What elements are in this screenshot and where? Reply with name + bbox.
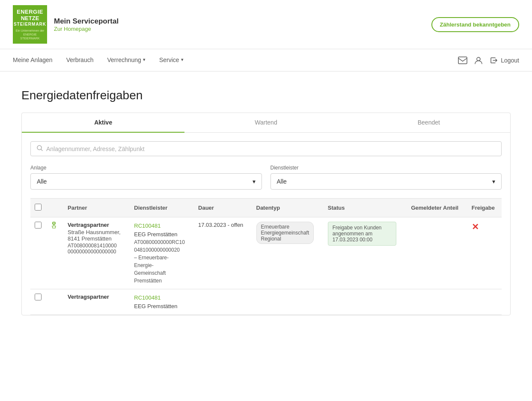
delete-icon[interactable]: ✕ — [472, 222, 479, 232]
header-brand: Mein Serviceportal Zur Homepage — [54, 17, 119, 32]
header: ENERGIE NETZE STEIERMARK Ein Unternehmen… — [0, 0, 532, 49]
dienstleister-id-link[interactable]: RC100481 — [134, 222, 190, 230]
data-table: Partner Dienstleister Dauer Datentyp Sta… — [30, 198, 502, 315]
logout-button[interactable]: Logout — [490, 56, 519, 65]
tabs-header: Aktive Wartend Beendet — [22, 113, 510, 133]
nav-verrechnung[interactable]: Verrechnung ▾ — [107, 49, 145, 71]
chevron-down-icon: ▾ — [181, 57, 184, 62]
dienstleister-filter: Dienstleister Alle ▾ — [270, 165, 502, 190]
select-all-checkbox[interactable] — [35, 204, 42, 211]
dienstleister-select[interactable]: Alle ▾ — [270, 173, 502, 190]
row-datentyp-cell: ErneuerbareEnergiegemeinschaftRegional — [252, 217, 324, 289]
mail-icon[interactable] — [458, 56, 467, 64]
row-dienstleister-cell: RC100481 EEG Premstätten — [130, 289, 194, 315]
chevron-down-icon: ▾ — [253, 178, 256, 185]
svg-rect-0 — [458, 57, 467, 64]
row-icon-cell — [46, 217, 63, 289]
table-row: Vertragspartner Straße Hausnummer,8141 P… — [30, 217, 502, 289]
logo-sub: Ein Unternehmen derENERGIE STEIERMARK — [15, 29, 45, 40]
th-gemeldeter-anteil: Gemeldeter Anteil — [407, 199, 467, 217]
row-partner-cell: Vertragspartner — [63, 289, 130, 315]
logo-line2: NETZE — [21, 15, 39, 22]
th-freigabe: Freigabe — [467, 199, 502, 217]
dauer-value: 17.03.2023 - offen — [198, 222, 243, 228]
header-left: ENERGIE NETZE STEIERMARK Ein Unternehmen… — [13, 5, 119, 44]
chevron-down-icon: ▾ — [492, 178, 495, 185]
table-row: Vertragspartner RC100481 EEG Premstätten — [30, 289, 502, 315]
dienstleister-code: AT00800000000RC100481000000000020 — [134, 238, 190, 254]
th-icon — [46, 199, 63, 217]
dienstleister-block: RC100481 EEG Premstätten AT00800000000RC… — [134, 222, 190, 285]
anlage-select[interactable]: Alle ▾ — [30, 173, 262, 190]
row-gemeldeter-anteil-cell — [407, 217, 467, 289]
dienstleister-id-link[interactable]: RC100481 — [134, 294, 190, 302]
row-checkbox[interactable] — [35, 294, 42, 300]
dienstleister-selected: Alle — [277, 178, 287, 185]
row-dauer-cell — [194, 289, 252, 315]
row-dauer-cell: 17.03.2023 - offen — [194, 217, 252, 289]
nav: Meine Anlagen Verbrauch Verrechnung ▾ Se… — [0, 49, 532, 71]
tabs-content: Anlage Alle ▾ Dienstleister Alle ▾ — [22, 133, 510, 315]
partner-name: Vertragspartner — [68, 294, 125, 300]
row-datentyp-cell — [252, 289, 324, 315]
th-checkbox — [30, 199, 46, 217]
chevron-down-icon: ▾ — [143, 57, 146, 62]
svg-point-1 — [477, 57, 480, 61]
th-partner: Partner — [63, 199, 130, 217]
tab-aktive[interactable]: Aktive — [22, 113, 184, 133]
dienstleister-name: EEG Premstätten — [134, 302, 190, 311]
portal-link[interactable]: Zur Homepage — [54, 26, 119, 32]
tab-beendet[interactable]: Beendet — [348, 113, 510, 133]
dienstleister-label: Dienstleister — [270, 165, 502, 171]
search-box — [30, 141, 502, 156]
tab-wartend[interactable]: Wartend — [184, 113, 347, 133]
row-checkbox-cell — [30, 217, 46, 289]
partner-addr: Straße Hausnummer,8141 Premstätten — [68, 229, 125, 242]
nav-meine-anlagen[interactable]: Meine Anlagen — [13, 49, 53, 71]
user-icon[interactable] — [474, 56, 483, 65]
dienstleister-name: EEG Premstätten — [134, 230, 190, 239]
row-partner-cell: Vertragspartner Straße Hausnummer,8141 P… — [63, 217, 130, 289]
row-icon-cell — [46, 289, 63, 315]
partner-name: Vertragspartner — [68, 222, 125, 228]
status-text: Freigabe von Kunden angenommen am 17.03.… — [328, 222, 396, 246]
nav-verbrauch[interactable]: Verbrauch — [66, 49, 94, 71]
svg-line-3 — [41, 149, 42, 151]
datentyp-badge: ErneuerbareEnergiegemeinschaftRegional — [256, 222, 314, 244]
filters-row: Anlage Alle ▾ Dienstleister Alle ▾ — [30, 165, 502, 190]
anlage-selected: Alle — [37, 178, 47, 185]
logo-line3: STEIERMARK — [14, 22, 46, 27]
nav-left: Meine Anlagen Verbrauch Verrechnung ▾ Se… — [13, 49, 444, 71]
dienstleister-detail: – Erneuerbare-Energie-GemeinschaftPremst… — [134, 254, 190, 285]
tabs-container: Aktive Wartend Beendet — [21, 113, 511, 315]
row-freigabe-cell: ✕ — [467, 217, 502, 289]
anlage-label: Anlage — [30, 165, 262, 171]
logo: ENERGIE NETZE STEIERMARK Ein Unternehmen… — [13, 5, 47, 44]
row-freigabe-cell — [467, 289, 502, 315]
dienstleister-block: RC100481 EEG Premstätten — [134, 294, 190, 310]
row-dienstleister-cell: RC100481 EEG Premstätten AT00800000000RC… — [130, 217, 194, 289]
partner-id: AT00800008141000000000000000000000 — [68, 243, 125, 255]
row-status-cell: Freigabe von Kunden angenommen am 17.03.… — [324, 217, 407, 289]
nav-service[interactable]: Service ▾ — [159, 49, 184, 71]
table-header-row: Partner Dienstleister Dauer Datentyp Sta… — [30, 199, 502, 217]
th-datentyp: Datentyp — [252, 199, 324, 217]
main-content: Energiedatenfreigaben Aktive Wartend Bee… — [0, 71, 532, 333]
search-input[interactable] — [46, 146, 495, 152]
zähler-button[interactable]: Zählerstand bekanntgeben — [431, 17, 519, 32]
plug-icon[interactable] — [50, 223, 58, 231]
portal-title: Mein Serviceportal — [54, 17, 119, 26]
row-checkbox[interactable] — [35, 222, 42, 229]
search-icon — [37, 145, 43, 152]
th-dienstleister: Dienstleister — [130, 199, 194, 217]
row-gemeldeter-anteil-cell — [407, 289, 467, 315]
th-status: Status — [324, 199, 407, 217]
logout-label: Logout — [501, 57, 519, 64]
anlage-filter: Anlage Alle ▾ — [30, 165, 262, 190]
th-dauer: Dauer — [194, 199, 252, 217]
row-status-cell — [324, 289, 407, 315]
page-title: Energiedatenfreigaben — [21, 89, 511, 102]
row-checkbox-cell — [30, 289, 46, 315]
nav-icons: Logout — [458, 56, 519, 65]
logo-line1: ENERGIE — [17, 9, 43, 15]
